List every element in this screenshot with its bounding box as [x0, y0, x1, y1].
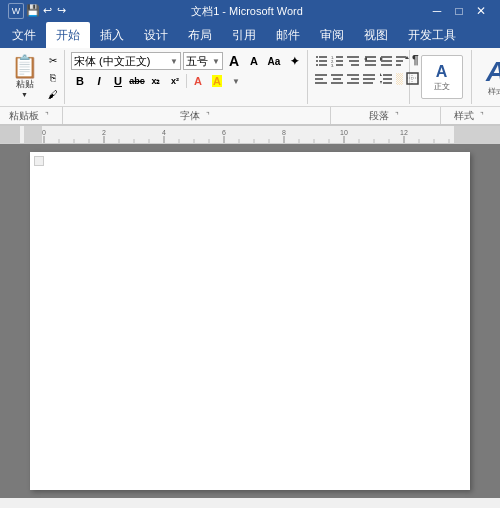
align-right-button[interactable]: [346, 70, 361, 86]
para-row1: 1.2.3. ¶: [314, 52, 405, 68]
format-painter-button[interactable]: 🖌: [44, 86, 62, 102]
paste-label: 粘贴: [16, 78, 34, 91]
section-font-label: 字体: [180, 109, 200, 123]
bullet-list-button[interactable]: [314, 52, 329, 68]
menu-item-layout[interactable]: 布局: [178, 22, 222, 48]
font-group: 宋体 (中文正文) ▼ 五号 ▼ A A Aa ✦ B I U abc x₂ x…: [67, 50, 308, 104]
font-size-input[interactable]: 五号 ▼: [183, 52, 223, 70]
change-case-button[interactable]: Aa: [265, 52, 283, 70]
section-styles: 样式 ⌝: [440, 107, 500, 124]
line-spacing-button[interactable]: [379, 70, 394, 86]
font-name-input[interactable]: 宋体 (中文正文) ▼: [71, 52, 181, 70]
section-font: 字体 ⌝: [62, 107, 330, 124]
clear-format-button[interactable]: ✦: [285, 52, 303, 70]
svg-text:4: 4: [162, 129, 166, 136]
svg-text:12: 12: [400, 129, 408, 136]
svg-text:3.: 3.: [331, 63, 334, 67]
font-shrink-button[interactable]: A: [245, 52, 263, 70]
menu-item-home[interactable]: 开始: [46, 22, 90, 48]
quick-access-save[interactable]: 💾: [26, 3, 40, 17]
close-button[interactable]: ✕: [470, 3, 492, 19]
italic-button[interactable]: I: [90, 72, 108, 90]
quick-access-redo[interactable]: ↪: [56, 3, 68, 17]
menu-item-view[interactable]: 视图: [354, 22, 398, 48]
sort-button[interactable]: [395, 52, 410, 68]
font-divider: [186, 74, 187, 88]
font-color-dropdown[interactable]: ▼: [227, 72, 245, 90]
cut-button[interactable]: ✂: [44, 52, 62, 68]
svg-rect-48: [24, 126, 42, 144]
section-paragraph-label: 段落: [369, 109, 389, 123]
paste-dropdown-arrow[interactable]: ▼: [21, 91, 28, 98]
decrease-indent-button[interactable]: [363, 52, 378, 68]
increase-indent-button[interactable]: [379, 52, 394, 68]
menu-item-mail[interactable]: 邮件: [266, 22, 310, 48]
menu-item-file[interactable]: 文件: [2, 22, 46, 48]
font-size-arrow[interactable]: ▼: [212, 57, 220, 66]
font-format-row: B I U abc x₂ x² A A ▼: [71, 72, 303, 90]
section-styles-label: 样式: [454, 109, 474, 123]
styles-large-icon: A: [486, 58, 500, 86]
svg-text:10: 10: [340, 129, 348, 136]
styles-large-button[interactable]: A 样式: [478, 58, 500, 97]
font-name-arrow[interactable]: ▼: [170, 57, 178, 66]
section-clipboard-label: 粘贴板: [9, 109, 39, 123]
svg-rect-47: [24, 126, 500, 144]
svg-text:0: 0: [42, 129, 46, 136]
svg-text:2: 2: [102, 129, 106, 136]
bold-button[interactable]: B: [71, 72, 89, 90]
menu-item-design[interactable]: 设计: [134, 22, 178, 48]
strikethrough-button[interactable]: abc: [128, 72, 146, 90]
subscript-button[interactable]: x₂: [147, 72, 165, 90]
highlight-button[interactable]: A: [208, 72, 226, 90]
svg-text:8: 8: [282, 129, 286, 136]
ruler-content[interactable]: 0 2 4 6 8 10: [24, 126, 496, 143]
title-text: 文档1 - Microsoft Word: [68, 4, 426, 19]
menu-item-references[interactable]: 引用: [222, 22, 266, 48]
font-expand-icon[interactable]: ⌝: [202, 110, 214, 122]
clipboard-small-btns: ✂ ⎘ 🖌: [44, 52, 62, 102]
window-controls: ─ □ ✕: [426, 3, 492, 19]
font-grow-button[interactable]: A: [225, 52, 243, 70]
superscript-button[interactable]: x²: [166, 72, 184, 90]
document-page[interactable]: [30, 152, 470, 490]
svg-marker-43: [380, 81, 382, 84]
maximize-button[interactable]: □: [448, 3, 470, 19]
multilevel-list-button[interactable]: [346, 52, 361, 68]
paste-button[interactable]: 📋 粘贴 ▼: [6, 52, 43, 102]
underline-button[interactable]: U: [109, 72, 127, 90]
style-name: 正文: [434, 81, 450, 92]
file-menu-icon[interactable]: W: [8, 3, 24, 19]
font-size-text: 五号: [186, 54, 212, 69]
style-normal-button[interactable]: A 正文: [421, 55, 463, 99]
svg-point-3: [316, 56, 318, 58]
menu-bar: 文件 开始 插入 设计 布局 引用 邮件 审阅 视图 开发工具: [0, 22, 500, 48]
ruler-svg: 0 2 4 6 8 10: [24, 126, 500, 144]
ruler-left-indent: [0, 126, 20, 144]
font-name-row: 宋体 (中文正文) ▼ 五号 ▼ A A Aa ✦: [71, 52, 303, 70]
shading-button[interactable]: ░: [395, 70, 404, 86]
menu-item-review[interactable]: 审阅: [310, 22, 354, 48]
clipboard-group: 📋 粘贴 ▼ ✂ ⎘ 🖌: [4, 50, 65, 104]
styles-large-label: 样式: [488, 86, 500, 97]
font-color-button[interactable]: A: [189, 72, 207, 90]
svg-rect-49: [454, 126, 500, 144]
align-center-button[interactable]: [330, 70, 345, 86]
paragraph-expand-icon[interactable]: ⌝: [391, 110, 403, 122]
svg-marker-42: [380, 73, 382, 76]
copy-button[interactable]: ⎘: [44, 69, 62, 85]
minimize-button[interactable]: ─: [426, 3, 448, 19]
styles-expand-icon[interactable]: ⌝: [476, 110, 488, 122]
menu-item-developer[interactable]: 开发工具: [398, 22, 466, 48]
document-area[interactable]: [0, 144, 500, 498]
numbered-list-button[interactable]: 1.2.3.: [330, 52, 345, 68]
justify-button[interactable]: [362, 70, 377, 86]
menu-item-insert[interactable]: 插入: [90, 22, 134, 48]
svg-point-5: [316, 64, 318, 66]
section-clipboard: 粘贴板 ⌝: [0, 107, 62, 124]
quick-access-undo[interactable]: ↩: [42, 3, 54, 17]
paste-icon: 📋: [11, 56, 38, 78]
section-names-row: 粘贴板 ⌝ 字体 ⌝ 段落 ⌝ 样式 ⌝: [0, 106, 500, 124]
align-left-button[interactable]: [314, 70, 329, 86]
clipboard-expand-icon[interactable]: ⌝: [41, 110, 53, 122]
